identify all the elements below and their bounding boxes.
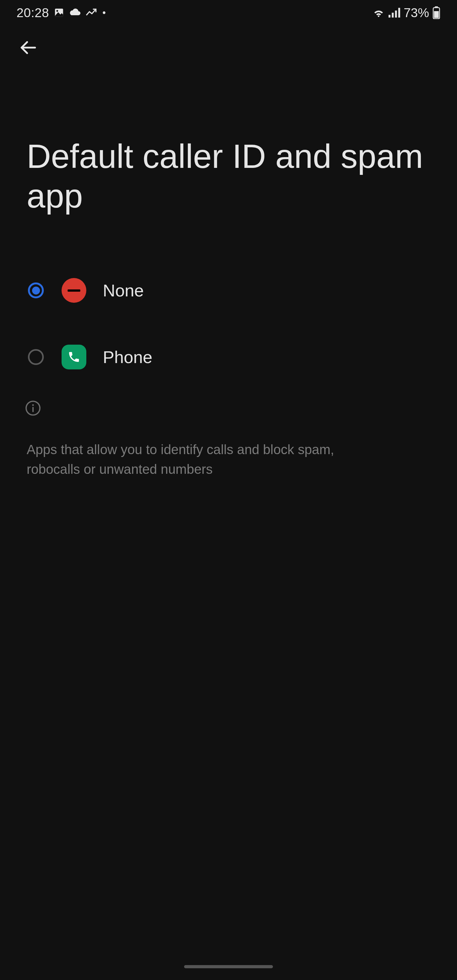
status-bar: 20:28 73% — [0, 0, 457, 25]
info-icon-row — [0, 390, 457, 418]
cellular-icon — [389, 7, 401, 18]
svg-rect-5 — [395, 11, 397, 18]
app-icon-wrap — [60, 345, 88, 369]
back-button[interactable] — [13, 32, 43, 63]
battery-icon — [432, 6, 441, 19]
trending-icon — [85, 7, 97, 18]
svg-rect-3 — [389, 15, 390, 18]
radio-unselected-icon — [28, 349, 44, 365]
home-handle[interactable] — [184, 965, 273, 968]
radio-selected-icon — [28, 282, 44, 298]
info-icon — [25, 400, 41, 416]
description-text: Apps that allow you to identify calls an… — [0, 418, 406, 479]
option-none[interactable]: None — [19, 257, 438, 324]
option-label: None — [103, 280, 144, 300]
status-right-group: 73% — [372, 6, 441, 20]
svg-point-13 — [32, 404, 33, 406]
radio-wrap — [25, 349, 47, 365]
options-list: None Phone — [0, 216, 457, 390]
status-left-group: 20:28 — [16, 6, 106, 20]
picture-icon — [54, 7, 64, 18]
page-title: Default caller ID and spam app — [0, 70, 457, 216]
svg-rect-6 — [398, 8, 400, 18]
cloud-icon — [69, 7, 81, 18]
option-label: Phone — [103, 347, 152, 367]
status-time: 20:28 — [16, 6, 49, 20]
app-icon-wrap — [60, 278, 88, 303]
svg-rect-9 — [434, 11, 439, 18]
wifi-icon — [372, 7, 385, 18]
phone-app-icon — [62, 345, 86, 369]
svg-point-2 — [102, 11, 105, 14]
none-icon — [62, 278, 86, 303]
battery-text: 73% — [404, 6, 429, 20]
option-phone[interactable]: Phone — [19, 324, 438, 390]
radio-wrap — [25, 282, 47, 298]
app-bar — [0, 25, 457, 70]
navigation-bar — [0, 960, 457, 973]
dot-icon — [102, 11, 106, 15]
svg-rect-4 — [392, 13, 393, 18]
arrow-left-icon — [18, 38, 37, 57]
svg-point-1 — [56, 10, 58, 12]
